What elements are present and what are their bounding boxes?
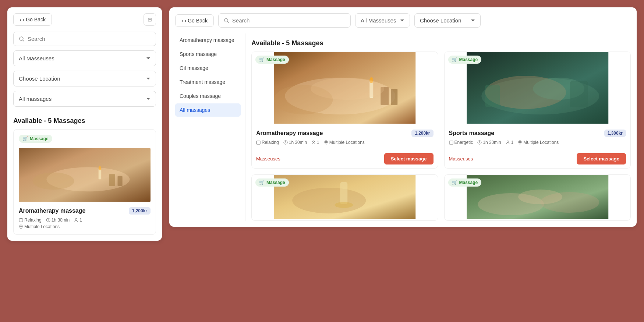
svg-point-48 bbox=[335, 202, 353, 208]
sports-meta-persons: 1 bbox=[506, 140, 514, 145]
right-go-back-button[interactable]: ‹ ‹ Go Back bbox=[175, 14, 214, 27]
svg-point-4 bbox=[33, 172, 74, 190]
right-search-icon bbox=[224, 18, 229, 24]
left-massage-type-select[interactable]: All massages Aromatherapy massage Sports… bbox=[13, 91, 156, 107]
left-go-back-button[interactable]: ‹ ‹ Go Back bbox=[13, 13, 52, 26]
aroma-meta-location: Multiple Locations bbox=[324, 140, 365, 145]
svg-line-14 bbox=[48, 220, 49, 220]
card-couples-badge: 🛒 Massage bbox=[448, 178, 482, 187]
svg-point-6 bbox=[99, 166, 102, 170]
left-go-back-label: ‹ Go Back bbox=[23, 17, 46, 22]
svg-rect-38 bbox=[570, 81, 588, 107]
card-couples-img-wrap: 🛒 Massage bbox=[445, 175, 631, 220]
card-couples: 🛒 Massage bbox=[444, 174, 631, 221]
svg-point-43 bbox=[507, 141, 509, 143]
left-location-select[interactable]: Choose Location Stockholm Gothenburg bbox=[13, 71, 156, 86]
sports-clock-icon bbox=[477, 140, 482, 145]
card-aroma-title-row: Aromatherapy massage 1,200kr bbox=[256, 130, 434, 137]
sports-meta-duration: 1h 30min bbox=[477, 140, 501, 145]
left-meta-duration: 1h 30min bbox=[46, 217, 70, 223]
svg-rect-39 bbox=[449, 141, 453, 144]
card-oil-badge: 🛒 Massage bbox=[255, 178, 289, 187]
card-sports-select-button[interactable]: Select massage bbox=[577, 153, 626, 164]
left-massage-card: 🛒 Massage bbox=[13, 129, 156, 235]
svg-line-30 bbox=[286, 142, 286, 143]
sports-pin-icon bbox=[518, 140, 522, 145]
left-panel: ‹ ‹ Go Back ⊟ All Masseuses Masseuse 1 M… bbox=[7, 7, 162, 241]
svg-point-15 bbox=[75, 219, 77, 220]
right-header: ‹ ‹ Go Back All Masseuses Masseuse 1 Cho… bbox=[175, 13, 631, 28]
svg-point-32 bbox=[325, 141, 327, 143]
card-sports-img-wrap: 🛒 Massage bbox=[445, 52, 631, 125]
card-sports-title: Sports massage bbox=[449, 130, 495, 137]
svg-rect-8 bbox=[118, 176, 123, 186]
card-aroma-select-button[interactable]: Select massage bbox=[384, 153, 434, 164]
right-back-icon: ‹ bbox=[181, 18, 183, 24]
card-aroma-title: Aromatherapy massage bbox=[256, 130, 323, 137]
right-search-input[interactable] bbox=[232, 17, 345, 24]
right-panel: ‹ ‹ Go Back All Masseuses Masseuse 1 Cho… bbox=[169, 7, 637, 227]
left-card-image bbox=[19, 146, 151, 204]
aroma-badge-icon: 🛒 bbox=[259, 57, 265, 62]
left-meta-location: Multiple Locations bbox=[19, 224, 60, 229]
aroma-pin-icon bbox=[324, 140, 328, 145]
left-badge-icon: 🛒 bbox=[22, 136, 28, 141]
card-sports: 🛒 Massage bbox=[444, 52, 631, 169]
svg-point-26 bbox=[311, 78, 384, 100]
svg-rect-27 bbox=[256, 141, 260, 144]
cards-grid: 🛒 Massage bbox=[251, 52, 631, 221]
right-search-box bbox=[218, 13, 351, 28]
svg-rect-47 bbox=[340, 182, 347, 204]
left-card-price: 1,200kr bbox=[129, 207, 151, 215]
right-layout: Aromatherapy massage Sports massage Oil … bbox=[175, 33, 631, 221]
card-oil: 🛒 Massage bbox=[251, 174, 438, 221]
svg-rect-25 bbox=[391, 89, 397, 105]
card-aroma-masseuses-link[interactable]: Masseuses bbox=[256, 156, 280, 162]
left-badge-label: Massage bbox=[30, 136, 49, 141]
sports-calendar-icon bbox=[449, 140, 453, 145]
nav-item-couples[interactable]: Couples massage bbox=[175, 89, 241, 103]
left-back-icon: ‹ bbox=[20, 17, 21, 22]
sidebar-nav: Aromatherapy massage Sports massage Oil … bbox=[175, 33, 245, 221]
svg-rect-7 bbox=[109, 174, 115, 186]
nav-item-oil[interactable]: Oil massage bbox=[175, 61, 241, 75]
sports-badge-icon: 🛒 bbox=[452, 57, 457, 62]
left-card-meta: Relaxing 1h 30min 1 bbox=[19, 217, 151, 223]
filter-icon: ⊟ bbox=[148, 17, 152, 22]
clock-icon bbox=[46, 218, 50, 222]
nav-item-aromatherapy[interactable]: Aromatherapy massage bbox=[175, 33, 241, 47]
aroma-meta-duration: 1h 30min bbox=[283, 140, 307, 145]
oil-badge-icon: 🛒 bbox=[259, 180, 265, 185]
aroma-person-icon bbox=[311, 140, 316, 145]
svg-line-18 bbox=[227, 21, 229, 22]
left-meta-category: Relaxing bbox=[19, 217, 42, 223]
sports-meta-category: Energetic bbox=[449, 140, 473, 145]
svg-point-44 bbox=[519, 141, 521, 143]
person-icon bbox=[74, 218, 78, 222]
card-sports-content: Sports massage 1,300kr Energetic 1h 30mi… bbox=[445, 125, 631, 149]
nav-item-all[interactable]: All massages bbox=[175, 103, 241, 117]
nav-item-sports[interactable]: Sports massage bbox=[175, 47, 241, 61]
right-location-select[interactable]: Choose Location Stockholm bbox=[414, 13, 481, 28]
cards-area: Available - 5 Massages 🛒 Massage bbox=[245, 33, 631, 221]
left-card-badge: 🛒 Massage bbox=[19, 135, 52, 143]
card-oil-img-wrap: 🛒 Massage bbox=[252, 175, 438, 220]
right-masseuses-select[interactable]: All Masseuses Masseuse 1 bbox=[355, 13, 410, 28]
svg-point-16 bbox=[20, 226, 22, 227]
left-card-title: Aromatherapy massage bbox=[19, 208, 85, 214]
left-search-input[interactable] bbox=[28, 36, 151, 42]
svg-rect-5 bbox=[99, 169, 102, 179]
aroma-meta-category: Relaxing bbox=[256, 140, 279, 145]
left-masseuses-select[interactable]: All Masseuses Masseuse 1 Masseuse 2 bbox=[13, 50, 156, 66]
card-aromatherapy: 🛒 Massage bbox=[251, 52, 438, 169]
left-card-title-row: Aromatherapy massage 1,200kr bbox=[19, 207, 151, 215]
card-sports-price: 1,300kr bbox=[604, 130, 626, 137]
left-filter-button[interactable]: ⊟ bbox=[144, 13, 156, 26]
left-meta-location-row: Multiple Locations bbox=[19, 224, 151, 229]
card-sports-title-row: Sports massage 1,300kr bbox=[449, 130, 626, 137]
nav-item-treatment[interactable]: Treatment massage bbox=[175, 75, 241, 89]
card-sports-masseuses-link[interactable]: Masseuses bbox=[449, 156, 473, 162]
right-available-title: Available - 5 Massages bbox=[251, 39, 631, 47]
svg-point-31 bbox=[313, 141, 315, 143]
pin-icon bbox=[19, 224, 23, 229]
